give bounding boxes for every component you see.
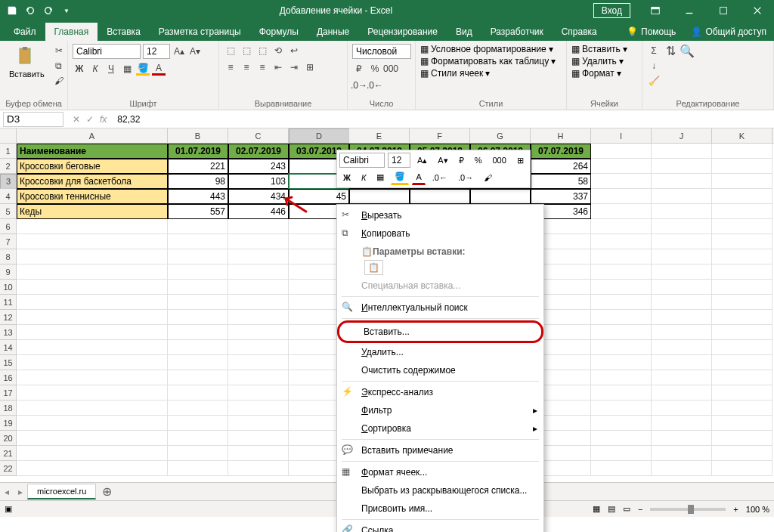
tab-layout[interactable]: Разметка страницы xyxy=(150,23,250,41)
name-box[interactable] xyxy=(3,112,63,127)
row-header-11[interactable]: 11 xyxy=(0,295,17,310)
cell-A2[interactable]: Кроссовки беговые xyxy=(17,159,168,174)
cell-K3[interactable] xyxy=(712,174,772,189)
merge-icon[interactable]: ⊞ xyxy=(303,60,317,74)
cell-B3[interactable]: 98 xyxy=(168,174,228,189)
cell-C1[interactable]: 02.07.2019 xyxy=(228,144,289,159)
number-format-select[interactable]: Числовой xyxy=(352,44,411,59)
col-header-A[interactable]: A xyxy=(17,128,168,143)
col-header-E[interactable]: E xyxy=(349,128,410,143)
bold-button[interactable]: Ж xyxy=(73,62,86,76)
cell-J13[interactable] xyxy=(652,325,712,340)
align-top-icon[interactable]: ⬚ xyxy=(224,44,237,57)
cell-K13[interactable] xyxy=(712,325,772,340)
row-header-22[interactable]: 22 xyxy=(0,461,17,476)
cell-K14[interactable] xyxy=(712,340,772,355)
login-button[interactable]: Вход xyxy=(593,3,630,18)
zoom-level[interactable]: 100 % xyxy=(746,505,769,514)
cell-C15[interactable] xyxy=(228,355,289,370)
cell-J20[interactable] xyxy=(652,431,712,446)
sheet-nav-next-icon[interactable]: ▸ xyxy=(14,487,27,497)
cell-A14[interactable] xyxy=(17,340,168,355)
cell-K21[interactable] xyxy=(712,446,772,461)
cell-K22[interactable] xyxy=(712,461,772,476)
sort-filter-icon[interactable]: ⇅ xyxy=(664,44,677,57)
cell-I2[interactable] xyxy=(591,159,652,174)
cell-A1[interactable]: Наименование xyxy=(17,144,168,159)
cell-A20[interactable] xyxy=(17,431,168,446)
cell-I20[interactable] xyxy=(591,431,652,446)
cell-J4[interactable] xyxy=(652,189,712,204)
cut-icon[interactable]: ✂ xyxy=(52,44,66,57)
border-button[interactable]: ▦ xyxy=(120,62,134,76)
cell-K19[interactable] xyxy=(712,416,772,431)
cm-item[interactable]: ⚡Экспресс-анализ xyxy=(337,383,543,401)
cell-K5[interactable] xyxy=(712,204,772,219)
zoom-in-icon[interactable]: + xyxy=(733,505,738,514)
row-header-17[interactable]: 17 xyxy=(0,385,17,401)
sheet-tab[interactable]: microexcel.ru xyxy=(27,484,96,500)
cell-C16[interactable] xyxy=(228,370,289,385)
cell-B8[interactable] xyxy=(168,249,228,264)
cm-item[interactable]: Присвоить имя... xyxy=(337,500,543,518)
cell-I19[interactable] xyxy=(591,416,652,431)
tab-formulas[interactable]: Формулы xyxy=(250,23,308,41)
cell-J3[interactable] xyxy=(652,174,712,189)
format-as-table-button[interactable]: ▦ Форматировать как таблицу ▾ xyxy=(420,56,556,66)
cell-K15[interactable] xyxy=(712,355,772,370)
cell-C9[interactable] xyxy=(228,264,289,280)
paste-button[interactable]: Вставить xyxy=(5,44,49,80)
cell-C2[interactable]: 243 xyxy=(228,159,289,174)
mini-italic-button[interactable]: К xyxy=(358,171,370,184)
cell-J15[interactable] xyxy=(652,355,712,370)
row-header-3[interactable]: 3 xyxy=(0,174,17,189)
col-header-J[interactable]: J xyxy=(652,128,712,143)
col-header-H[interactable]: H xyxy=(531,128,591,143)
cell-I6[interactable] xyxy=(591,219,652,234)
row-header-15[interactable]: 15 xyxy=(0,355,17,370)
indent-dec-icon[interactable]: ⇤ xyxy=(271,60,285,74)
grow-font-icon[interactable]: A▴ xyxy=(172,45,186,58)
fill-icon[interactable]: ↓ xyxy=(647,59,661,73)
cell-B13[interactable] xyxy=(168,325,228,340)
cell-B1[interactable]: 01.07.2019 xyxy=(168,144,228,159)
cell-A3[interactable]: Кроссовки для баскетбола xyxy=(17,174,168,189)
row-header-9[interactable]: 9 xyxy=(0,264,17,280)
cell-K11[interactable] xyxy=(712,295,772,310)
cell-C14[interactable] xyxy=(228,340,289,355)
cm-item[interactable]: Выбрать из раскрывающегося списка... xyxy=(337,481,543,500)
minimize-icon[interactable] xyxy=(672,0,706,21)
cell-A12[interactable] xyxy=(17,310,168,325)
cell-A11[interactable] xyxy=(17,295,168,310)
cell-I13[interactable] xyxy=(591,325,652,340)
cell-J16[interactable] xyxy=(652,370,712,385)
col-header-G[interactable]: G xyxy=(470,128,531,143)
orientation-icon[interactable]: ⟲ xyxy=(271,44,285,57)
cell-I15[interactable] xyxy=(591,355,652,370)
tab-insert[interactable]: Вставка xyxy=(98,23,150,41)
cell-J12[interactable] xyxy=(652,310,712,325)
col-header-F[interactable]: F xyxy=(410,128,470,143)
cell-A7[interactable] xyxy=(17,234,168,249)
underline-button[interactable]: Ч xyxy=(104,62,118,76)
cell-K16[interactable] xyxy=(712,370,772,385)
mini-fontcolor-icon[interactable]: A xyxy=(412,170,425,185)
qat-dropdown-icon[interactable]: ▼ xyxy=(60,5,73,17)
cell-C5[interactable]: 446 xyxy=(228,204,289,219)
cell-J5[interactable] xyxy=(652,204,712,219)
cm-item[interactable]: Очистить содержимое xyxy=(337,361,543,379)
clear-icon[interactable]: 🧹 xyxy=(647,74,661,88)
tab-view[interactable]: Вид xyxy=(447,23,481,41)
cell-A6[interactable] xyxy=(17,219,168,234)
row-header-14[interactable]: 14 xyxy=(0,340,17,355)
cell-B22[interactable] xyxy=(168,461,228,476)
cell-J1[interactable] xyxy=(652,144,712,159)
cell-J11[interactable] xyxy=(652,295,712,310)
cell-D4[interactable]: 45 xyxy=(289,189,349,204)
cell-C3[interactable]: 103 xyxy=(228,174,289,189)
conditional-format-button[interactable]: ▦ Условное форматирование ▾ xyxy=(420,44,553,54)
cell-K20[interactable] xyxy=(712,431,772,446)
row-header-2[interactable]: 2 xyxy=(0,159,17,174)
font-name-select[interactable]: Calibri xyxy=(73,44,141,59)
cell-I12[interactable] xyxy=(591,310,652,325)
